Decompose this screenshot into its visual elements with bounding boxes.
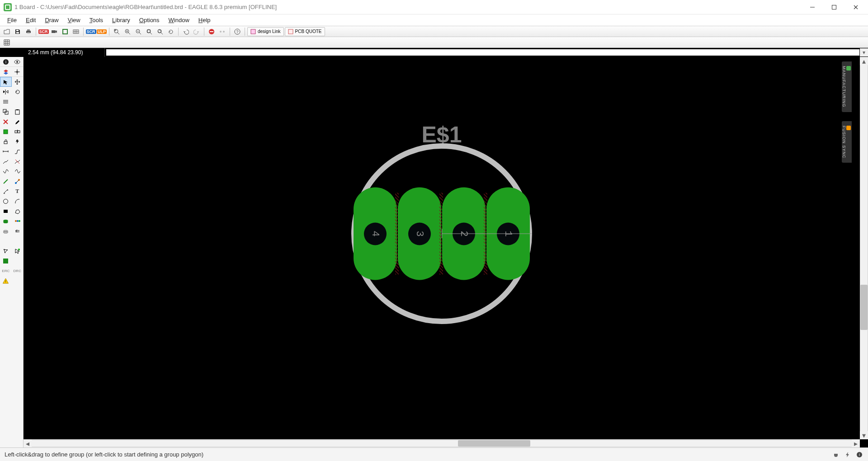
top-toolbar: SCR SCR ULP ? design Link PCB QUOTE bbox=[0, 26, 868, 37]
lock-tool-icon[interactable] bbox=[0, 136, 12, 146]
zoom-redraw-icon[interactable] bbox=[155, 27, 165, 36]
manufacturing-tab[interactable]: MANUFACTURING bbox=[842, 61, 852, 112]
select-tool-icon[interactable] bbox=[0, 77, 12, 87]
status-bolt-icon[interactable] bbox=[844, 451, 852, 459]
menu-options[interactable]: Options bbox=[136, 16, 163, 24]
info-tool-icon[interactable]: i bbox=[0, 57, 12, 66]
menu-help[interactable]: Help bbox=[195, 16, 214, 24]
scroll-down-icon[interactable]: ▾ bbox=[860, 431, 868, 439]
net-tool-icon[interactable] bbox=[0, 176, 12, 186]
bus-tool-icon[interactable] bbox=[12, 176, 24, 186]
vscroll-thumb[interactable] bbox=[860, 285, 868, 330]
drc-label-icon[interactable]: DRC bbox=[12, 266, 24, 276]
scroll-up-icon[interactable]: ▴ bbox=[860, 57, 868, 65]
paste-tool-icon[interactable] bbox=[12, 107, 24, 117]
errors-label-icon[interactable]: ERC bbox=[0, 266, 12, 276]
delete-tool-icon[interactable] bbox=[0, 117, 12, 127]
board-canvas[interactable]: E$1 4 3 2 1 MANUFACTURING bbox=[24, 57, 860, 439]
command-input[interactable] bbox=[106, 49, 860, 56]
auto-tool-icon[interactable] bbox=[12, 246, 24, 256]
zoom-fit-icon[interactable] bbox=[144, 27, 154, 36]
rect-tool-icon[interactable] bbox=[0, 206, 12, 216]
vertical-scrollbar[interactable]: ▴ ▾ bbox=[860, 57, 868, 439]
pad-4[interactable]: 4 bbox=[354, 188, 397, 280]
stop-icon[interactable] bbox=[207, 27, 217, 36]
open-icon[interactable] bbox=[2, 27, 12, 36]
pad-3[interactable]: 3 bbox=[398, 188, 441, 280]
refresh-icon[interactable] bbox=[166, 27, 176, 36]
scr-badge[interactable]: SCR bbox=[38, 27, 48, 36]
smash-tool-icon[interactable] bbox=[12, 136, 24, 146]
arc-tool-icon[interactable] bbox=[12, 196, 24, 206]
pcb-quote-button[interactable]: PCB QUOTE bbox=[285, 27, 325, 36]
mirror-tool-icon[interactable] bbox=[0, 87, 12, 97]
board-icon[interactable] bbox=[60, 27, 70, 36]
hole-tool-icon[interactable] bbox=[12, 216, 24, 226]
schematic-icon[interactable] bbox=[71, 27, 81, 36]
blank-1 bbox=[12, 97, 24, 107]
menu-tools[interactable]: Tools bbox=[86, 16, 107, 24]
print-icon[interactable] bbox=[24, 27, 33, 36]
go-icon[interactable] bbox=[217, 27, 227, 36]
eye-tool-icon[interactable] bbox=[12, 57, 24, 66]
status-plug-icon[interactable] bbox=[832, 451, 840, 459]
grid-settings-icon[interactable] bbox=[2, 38, 12, 47]
component[interactable]: E$1 4 3 2 1 bbox=[351, 143, 532, 324]
menu-library[interactable]: Library bbox=[108, 16, 134, 24]
circle-tool-icon[interactable] bbox=[0, 196, 12, 206]
ratsnest-tool-icon[interactable] bbox=[0, 246, 12, 256]
optimize-tool-icon[interactable] bbox=[12, 146, 24, 156]
menu-edit[interactable]: Edit bbox=[22, 16, 39, 24]
add-tool-icon[interactable] bbox=[0, 127, 12, 136]
wire-tool-icon[interactable] bbox=[0, 166, 12, 176]
svg-rect-2 bbox=[16, 32, 19, 33]
signal-tool-icon[interactable] bbox=[12, 166, 24, 176]
dimension-tool-icon[interactable] bbox=[0, 186, 12, 196]
rotate-tool-icon[interactable] bbox=[12, 87, 24, 97]
cam-icon[interactable] bbox=[49, 27, 59, 36]
hscroll-thumb[interactable] bbox=[458, 440, 530, 447]
replace-tool-icon[interactable] bbox=[12, 127, 24, 136]
menu-draw[interactable]: Draw bbox=[41, 16, 62, 24]
erc-tool-icon[interactable] bbox=[0, 256, 12, 266]
move-tool-icon[interactable] bbox=[12, 77, 24, 87]
zoom-select-icon[interactable] bbox=[112, 27, 122, 36]
horizontal-scrollbar[interactable]: ◂ ▸ bbox=[24, 439, 860, 447]
warning-icon[interactable]: ! bbox=[0, 276, 12, 286]
ulp-badge[interactable]: ULP bbox=[97, 27, 107, 36]
zoom-in-icon[interactable] bbox=[123, 27, 132, 36]
scr2-badge[interactable]: SCR bbox=[86, 27, 96, 36]
design-link-button[interactable]: design Link bbox=[247, 27, 284, 36]
copy-tool-icon[interactable] bbox=[0, 107, 12, 117]
grid-bar bbox=[0, 37, 868, 48]
layer-tool-icon[interactable] bbox=[0, 67, 12, 76]
scroll-right-icon[interactable]: ▸ bbox=[852, 439, 860, 447]
via-tool-icon[interactable] bbox=[0, 216, 12, 226]
attribute-tool-icon[interactable] bbox=[0, 226, 12, 236]
save-icon[interactable] bbox=[13, 27, 23, 36]
value-tool-icon[interactable] bbox=[12, 226, 24, 236]
help-icon[interactable]: ? bbox=[232, 27, 242, 36]
menu-view[interactable]: View bbox=[64, 16, 84, 24]
redo-icon[interactable] bbox=[192, 27, 202, 36]
scroll-left-icon[interactable]: ◂ bbox=[24, 439, 32, 447]
mark-tool-icon[interactable] bbox=[12, 67, 24, 76]
group-align-tool-icon[interactable] bbox=[0, 97, 12, 107]
undo-icon[interactable] bbox=[181, 27, 191, 36]
change-tool-icon[interactable] bbox=[12, 117, 24, 127]
dimension-line-tool-icon[interactable] bbox=[0, 146, 12, 156]
ripup-tool-icon[interactable] bbox=[12, 156, 24, 166]
text-tool-icon[interactable]: T bbox=[12, 186, 24, 196]
polygon-tool-icon[interactable] bbox=[12, 206, 24, 216]
maximize-button[interactable] bbox=[824, 1, 844, 14]
fusion-sync-tab[interactable]: FUSION SYNC bbox=[842, 121, 852, 163]
zoom-out-icon[interactable] bbox=[133, 27, 143, 36]
svg-rect-33 bbox=[4, 130, 8, 134]
close-button[interactable] bbox=[845, 1, 866, 14]
menu-file[interactable]: File bbox=[4, 16, 20, 24]
status-info-icon[interactable]: i bbox=[855, 451, 863, 459]
command-dropdown-icon[interactable]: ▾ bbox=[860, 48, 868, 56]
route-tool-icon[interactable] bbox=[0, 156, 12, 166]
minimize-button[interactable] bbox=[802, 1, 823, 14]
menu-window[interactable]: Window bbox=[165, 16, 193, 24]
